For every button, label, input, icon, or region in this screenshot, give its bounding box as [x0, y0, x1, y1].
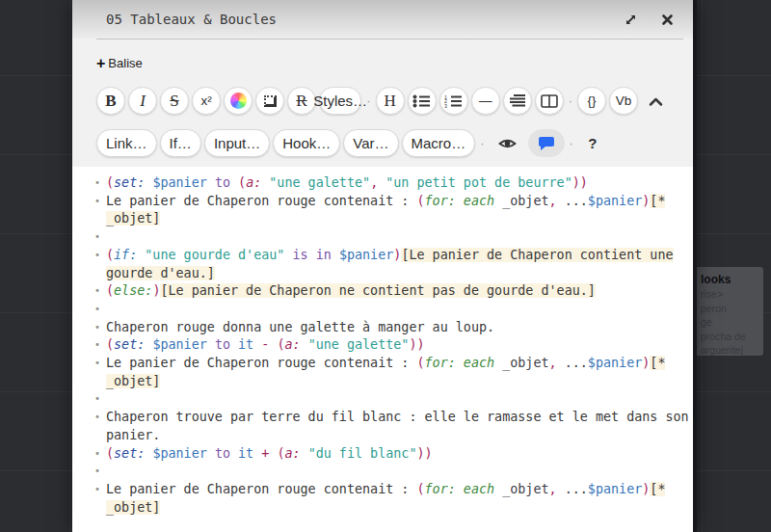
- verbatim-button[interactable]: Vb: [609, 87, 638, 115]
- link-button-label: Link…: [106, 135, 147, 151]
- remove-style-button-label: R: [296, 92, 306, 111]
- input-button[interactable]: Input…: [204, 129, 270, 157]
- code-line: •Chaperon rouge donna une galette à mang…: [94, 319, 687, 337]
- text-color-button[interactable]: [224, 87, 253, 115]
- horizontal-rule-button-label: —: [479, 93, 492, 108]
- if-button-label: If…: [170, 135, 192, 151]
- maximize-button[interactable]: [618, 7, 643, 32]
- var-button[interactable]: Var…: [343, 129, 398, 157]
- collapse-toolbar-button[interactable]: [641, 87, 670, 115]
- columns-button[interactable]: [535, 87, 564, 115]
- line-bullet: •: [94, 481, 106, 499]
- line-bullet: •: [94, 463, 106, 481]
- styles-button[interactable]: Styles…: [319, 87, 361, 115]
- alignment-button[interactable]: [503, 87, 532, 115]
- line-bullet-placeholder: [94, 427, 106, 445]
- passage-text-editor[interactable]: •(set: $panier to (a: "une galette", "un…: [72, 167, 693, 532]
- help-button[interactable]: ?: [578, 129, 607, 157]
- line-bullet: •: [94, 319, 106, 337]
- code-line: •: [94, 390, 687, 409]
- hooks-tooltip-body: rise>perongeprocha dearguerite|: [701, 287, 759, 356]
- code-line: •Chaperon trouve par terre du fil blanc …: [94, 409, 687, 427]
- macro-button[interactable]: Macro…: [402, 129, 476, 157]
- toolbar-separator-dot: ·: [364, 93, 372, 108]
- toolbar-row-1: BISx²RStyles…·H123—·{}Vb: [96, 87, 683, 115]
- code-line: •: [94, 228, 687, 247]
- corner-box-icon: [264, 95, 277, 107]
- bold-button[interactable]: B: [96, 87, 125, 115]
- comment-button[interactable]: [528, 129, 565, 157]
- passage-title: 05 Tableaux & Boucles: [106, 12, 606, 27]
- svg-text:3: 3: [444, 103, 447, 108]
- alignment-icon: [509, 93, 526, 108]
- hooks-tooltip-line: arguerite|: [701, 343, 759, 356]
- horizontal-rule-button[interactable]: —: [471, 87, 500, 115]
- hooks-tooltip-line: ge: [701, 315, 759, 330]
- line-bullet: •: [94, 336, 106, 355]
- rainbow-circle-icon: [230, 93, 247, 109]
- bulleted-list-button[interactable]: [408, 87, 437, 115]
- line-bullet: •: [94, 174, 106, 193]
- var-button-label: Var…: [353, 135, 388, 151]
- speech-bubble-icon: [538, 136, 555, 151]
- line-bullet: •: [94, 247, 106, 265]
- add-tag-button[interactable]: + Balise: [96, 56, 143, 70]
- code-line: •: [94, 463, 687, 481]
- hook-button-label: Hook…: [282, 135, 331, 151]
- code-line: •(set: $panier to (a: "une galette", "un…: [94, 174, 687, 193]
- link-button[interactable]: Link…: [96, 129, 157, 157]
- help-button-label: ?: [588, 135, 597, 151]
- numbered-list-button[interactable]: 123: [439, 87, 468, 115]
- strikethrough-button-label: S: [170, 92, 178, 111]
- columns-icon: [541, 94, 558, 108]
- code-line: _objet]: [94, 499, 687, 518]
- maximize-icon: [624, 13, 638, 27]
- heading-button-label: H: [385, 92, 396, 111]
- superscript-button-label: x²: [200, 93, 211, 108]
- heading-button[interactable]: H: [376, 87, 405, 115]
- superscript-button[interactable]: x²: [192, 87, 221, 115]
- line-bullet-placeholder: [94, 265, 106, 283]
- styles-button-label: Styles…: [313, 93, 367, 109]
- code-line: •Le panier de Chaperon rouge contenait :…: [94, 193, 687, 211]
- input-button-label: Input…: [214, 135, 260, 151]
- line-bullet: •: [94, 193, 106, 211]
- chevron-up-icon: [648, 95, 664, 107]
- custom-style-button[interactable]: [255, 87, 284, 115]
- code-line: •(else:)[Le panier de Chaperon ne contie…: [94, 282, 687, 301]
- line-bullet-placeholder: [94, 373, 106, 391]
- preview-button[interactable]: [490, 129, 525, 157]
- code-line: •(if: "une gourde d'eau" is in $panier)[…: [94, 247, 687, 265]
- code-line: •(set: $panier to it + (a: "du fil blanc…: [94, 445, 687, 464]
- hooks-tooltip-line: rise>: [701, 287, 759, 302]
- remove-style-button[interactable]: R: [287, 87, 316, 115]
- hooks-tooltip-line: procha de: [701, 330, 759, 344]
- bold-button-label: B: [105, 92, 116, 111]
- strikethrough-button[interactable]: S: [160, 87, 189, 115]
- line-bullet: •: [94, 445, 106, 464]
- numbered-list-icon: 123: [444, 94, 463, 108]
- line-bullet-placeholder: [94, 499, 106, 518]
- macro-button-label: Macro…: [412, 135, 466, 151]
- close-button[interactable]: [654, 7, 679, 32]
- if-button[interactable]: If…: [160, 129, 201, 157]
- line-bullet-placeholder: [94, 210, 106, 228]
- toolbar-row-2: Link…If…Input…Hook…Var…Macro…··?: [96, 129, 683, 157]
- code-line: gourde d'eau.]: [94, 265, 687, 283]
- line-bullet: •: [94, 228, 106, 247]
- add-tag-label: Balise: [108, 56, 142, 70]
- hooks-tooltip-line: peron: [701, 302, 759, 316]
- toolbar-separator-dot: ·: [478, 136, 486, 150]
- code-line: _objet]: [94, 373, 687, 391]
- collapse-whitespace-button-label: {}: [587, 93, 596, 108]
- collapse-whitespace-button[interactable]: {}: [577, 87, 606, 115]
- code-line: •: [94, 301, 687, 319]
- italic-button[interactable]: I: [128, 87, 157, 115]
- passage-editor-dialog: 05 Tableaux & Boucles + Balise BISx²RSty…: [72, 0, 697, 532]
- code-line: panier.: [94, 427, 687, 445]
- hook-button[interactable]: Hook…: [273, 129, 340, 157]
- toolbar-separator-dot: ·: [568, 136, 575, 150]
- italic-button-label: I: [140, 92, 146, 111]
- code-line: •Le panier de Chaperon rouge contenait :…: [94, 355, 687, 373]
- editor-header: + Balise BISx²RStyles…·H123—·{}Vb Link…I…: [72, 40, 693, 167]
